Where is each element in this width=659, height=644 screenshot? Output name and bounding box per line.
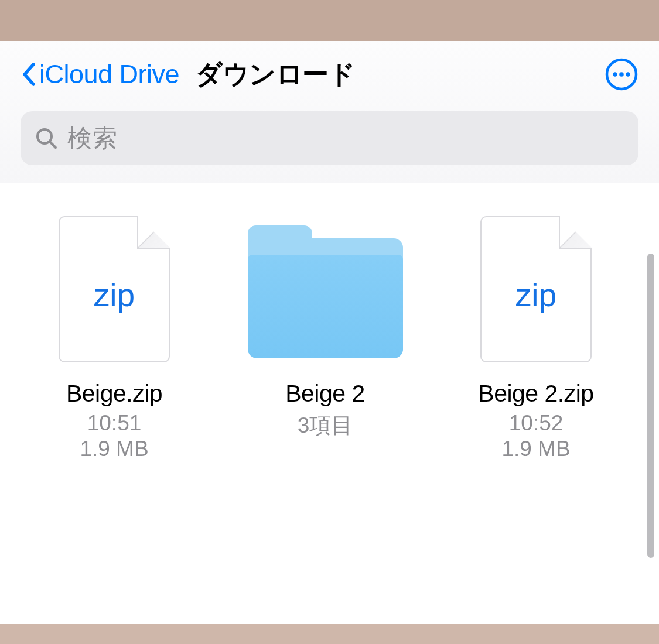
page-title: ダウンロード <box>196 57 355 92</box>
item-timestamp: 10:51 <box>87 411 142 436</box>
search-bar[interactable] <box>21 111 638 165</box>
item-count: 3項目 <box>298 411 353 440</box>
more-options-button[interactable] <box>605 57 638 91</box>
zip-file-icon: zip <box>480 216 592 362</box>
ellipsis-circle-icon <box>605 58 638 91</box>
chevron-left-icon <box>21 60 37 88</box>
item-name: Beige 2 <box>285 380 365 407</box>
item-size: 1.9 MB <box>501 437 570 461</box>
file-item[interactable]: zip Beige.zip 10:51 1.9 MB <box>29 216 199 461</box>
files-app-window: iCloud Drive ダウンロード <box>0 41 659 624</box>
folder-icon-wrap <box>248 216 403 362</box>
scrollbar[interactable] <box>647 254 654 558</box>
back-label: iCloud Drive <box>39 59 179 90</box>
folder-item[interactable]: Beige 2 3項目 <box>240 216 410 441</box>
bottom-border <box>0 624 659 644</box>
item-size: 1.9 MB <box>80 437 148 461</box>
content-area: zip Beige.zip 10:51 1.9 MB Beige 2 3項目 <box>0 183 659 624</box>
item-name: Beige 2.zip <box>478 380 593 407</box>
file-extension-label: zip <box>515 276 556 314</box>
svg-point-2 <box>619 72 624 77</box>
item-timestamp: 10:52 <box>509 411 564 436</box>
navigation-bar: iCloud Drive ダウンロード <box>0 41 659 183</box>
svg-line-5 <box>50 142 56 148</box>
svg-point-3 <box>626 72 630 77</box>
search-input[interactable] <box>67 124 624 152</box>
folder-icon <box>248 238 403 358</box>
item-name: Beige.zip <box>66 380 162 407</box>
file-extension-label: zip <box>94 276 135 314</box>
zip-file-icon: zip <box>59 216 170 362</box>
file-item[interactable]: zip Beige 2.zip 10:52 1.9 MB <box>451 216 621 461</box>
search-icon <box>35 126 58 150</box>
nav-row: iCloud Drive ダウンロード <box>21 54 638 95</box>
svg-point-1 <box>613 72 617 77</box>
file-icon-wrap: zip <box>480 216 592 362</box>
items-grid: zip Beige.zip 10:51 1.9 MB Beige 2 3項目 <box>29 216 621 624</box>
file-icon-wrap: zip <box>59 216 170 362</box>
back-button[interactable]: iCloud Drive <box>21 59 179 90</box>
